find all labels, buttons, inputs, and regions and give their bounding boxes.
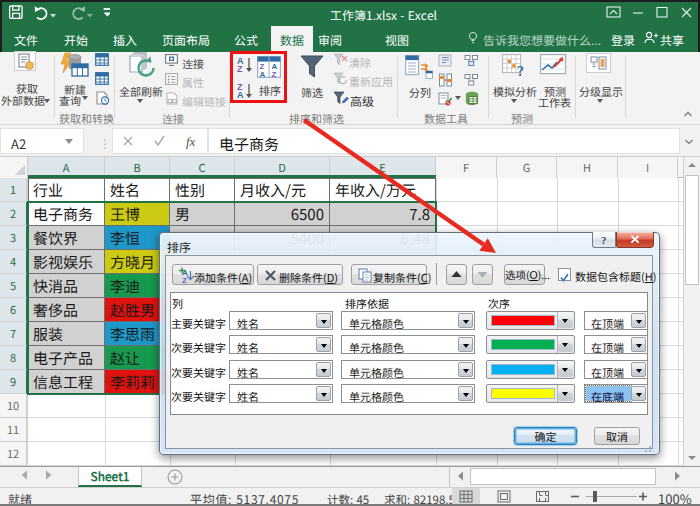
svg-text:fx: fx xyxy=(186,134,196,149)
svg-text:Z: Z xyxy=(182,276,187,284)
svg-text:?: ? xyxy=(601,234,607,246)
svg-text:?: ? xyxy=(517,64,524,78)
